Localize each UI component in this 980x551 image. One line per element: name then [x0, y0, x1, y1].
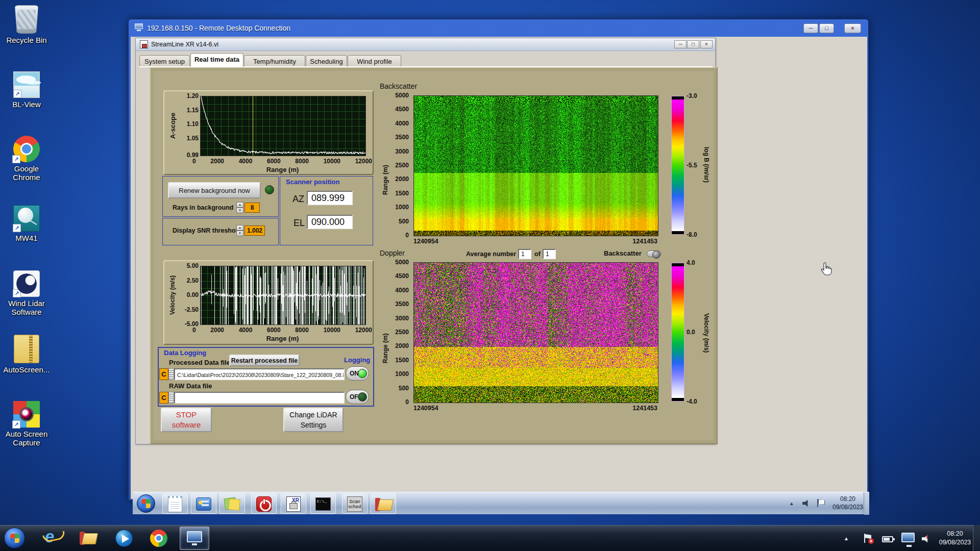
- rays-value[interactable]: 8: [244, 203, 260, 213]
- remote-task-sticky-notes[interactable]: [219, 493, 245, 514]
- remote-tray-action-center-icon[interactable]: [817, 499, 824, 507]
- tray-action-center-icon[interactable]: x: [864, 534, 872, 543]
- tick-label: 0: [405, 232, 409, 239]
- change-lidar-settings-button[interactable]: Change LiDAR Settings: [283, 408, 344, 432]
- tab-wind-profile[interactable]: Wind profile: [348, 55, 401, 67]
- average-total-value[interactable]: 1: [543, 249, 556, 259]
- doppler-y-axis-label: Range (m): [382, 297, 389, 399]
- logging-label: Logging: [344, 356, 370, 364]
- processed-path-field[interactable]: C:\Lidar\Data\Proc\2023\202308\20230809\…: [174, 368, 345, 380]
- backscatter-colorbar-label: log B (/m/sr): [703, 119, 710, 211]
- stop-software-button[interactable]: STOP software: [161, 408, 212, 432]
- action-center-alert-badge: x: [868, 538, 874, 544]
- tick-label: 5000: [395, 92, 409, 99]
- snr-value[interactable]: 1.002: [244, 226, 265, 236]
- shortcut-arrow-icon: ↗: [13, 224, 21, 232]
- processed-drive-box[interactable]: C: [159, 368, 168, 380]
- tick-label: 1500: [395, 357, 409, 364]
- desktop-icon-wind-lidar[interactable]: ↗ Wind Lidar Software: [0, 270, 53, 316]
- taskbar-explorer-icon[interactable]: [80, 532, 96, 545]
- tab-system-setup[interactable]: System setup: [139, 55, 190, 67]
- spinner-up-icon[interactable]: ▲: [236, 225, 243, 231]
- rdp-titlebar[interactable]: 192.168.0.150 - Remote Desktop Connectio…: [129, 19, 868, 37]
- raw-drive-box[interactable]: C: [159, 392, 168, 404]
- spinner-down-icon[interactable]: ▼: [236, 231, 243, 236]
- streamline-minimize-button[interactable]: ─: [674, 40, 687, 48]
- rdp-minimize-button[interactable]: ─: [803, 23, 818, 33]
- desktop-icon-mw41[interactable]: ↗ MW41: [0, 205, 53, 242]
- desktop-icon-auto-screen-capture[interactable]: ↗ Auto Screen Capture: [0, 401, 53, 447]
- remote-task-notepad[interactable]: [162, 493, 188, 514]
- tab-real-time-data[interactable]: Real time data: [190, 53, 243, 67]
- backscatter-colorbar-ticks: -3.0-5.5-8.0: [687, 92, 704, 238]
- scan-sched-icon: Scan sched: [347, 496, 362, 512]
- rdp-maximize-button[interactable]: □: [819, 23, 834, 33]
- rdp-monitor-icon: [187, 531, 202, 542]
- change-line1: Change LiDAR: [289, 411, 337, 419]
- tray-battery-icon[interactable]: [882, 536, 893, 542]
- streamline-maximize-button[interactable]: □: [687, 40, 699, 48]
- remote-start-button[interactable]: [137, 494, 155, 513]
- raw-browse-icon[interactable]: [168, 392, 174, 404]
- velocity-plot[interactable]: [200, 266, 366, 325]
- taskbar-rdp-button-active[interactable]: [180, 527, 209, 550]
- tray-expand-icon[interactable]: ▴: [845, 535, 848, 542]
- remote-tray-clock[interactable]: 08:20 09/08/2023: [828, 495, 868, 511]
- streamline-close-button[interactable]: ×: [700, 40, 713, 48]
- remote-task-folder[interactable]: [371, 493, 396, 514]
- remote-tray-speaker-icon[interactable]: [802, 499, 810, 507]
- show-desktop-button[interactable]: [973, 525, 980, 551]
- remote-task-command-prompt[interactable]: C:\_: [310, 493, 336, 514]
- renew-background-button[interactable]: Renew background now: [168, 182, 261, 198]
- taskbar-internet-explorer-icon[interactable]: e: [45, 527, 54, 546]
- az-value-field[interactable]: 089.999: [307, 191, 353, 205]
- remote-show-desktop-button[interactable]: [864, 492, 869, 515]
- snr-spinner[interactable]: ▲ ▼: [236, 225, 243, 236]
- tick-label: -4.0: [687, 398, 697, 405]
- average-number-value[interactable]: 1: [518, 249, 531, 259]
- rdp-close-button[interactable]: ×: [844, 23, 861, 33]
- backscatter-heatmap[interactable]: [413, 95, 658, 236]
- processed-browse-icon[interactable]: [168, 368, 174, 380]
- processed-logging-on-switch[interactable]: ON: [346, 366, 369, 381]
- streamline-titlebar[interactable]: StreamLine XR v14-6.vi ─ □ ×: [136, 38, 715, 51]
- desktop-icon-bl-view[interactable]: ↗ BL-View: [0, 71, 53, 109]
- scanner-position-box: [280, 176, 373, 245]
- ascope-plot[interactable]: [200, 96, 366, 156]
- desktop-icon-google-chrome[interactable]: ↗ Google Chrome: [0, 136, 53, 182]
- remote-task-scan-scheduler[interactable]: Scan sched: [342, 493, 368, 514]
- el-value-field[interactable]: 090.000: [307, 215, 353, 229]
- tick-label: -3.0: [687, 92, 697, 99]
- remote-tray-expand-icon[interactable]: ▴: [790, 500, 793, 507]
- desktop-icon-autoscreen-zip[interactable]: AutoScreen...: [0, 335, 53, 374]
- remote-task-streamline-xr[interactable]: XR: [281, 493, 306, 514]
- rays-in-background-label: Rays in background: [173, 204, 233, 211]
- taskbar-media-player-icon[interactable]: [115, 530, 133, 547]
- restart-processed-file-button[interactable]: Restart processed file: [229, 355, 300, 366]
- desktop-icon-recycle-bin[interactable]: Recycle Bin: [0, 5, 53, 44]
- rdp-window-icon: [135, 23, 144, 32]
- tick-label: 2.50: [187, 277, 199, 284]
- doppler-colorbar: [671, 263, 684, 402]
- spinner-down-icon[interactable]: ▼: [236, 208, 243, 213]
- tick-label: 4000: [239, 327, 253, 334]
- tab-temp-humidity[interactable]: Temp/humidity: [244, 55, 305, 67]
- tray-clock[interactable]: 08:20 09/08/2023: [938, 530, 972, 547]
- windows-flag-icon: [10, 534, 19, 543]
- start-button[interactable]: [4, 528, 25, 548]
- raw-logging-off-switch[interactable]: OFF: [346, 390, 369, 404]
- backscatter-toggle-switch[interactable]: [647, 251, 661, 257]
- tray-network-icon[interactable]: [901, 533, 915, 542]
- raw-path-field[interactable]: [174, 392, 345, 404]
- raw-data-file-label: RAW Data file: [169, 382, 212, 390]
- tab-scheduling[interactable]: Scheduling: [306, 55, 347, 67]
- taskbar-chrome-icon[interactable]: [150, 530, 167, 547]
- remote-task-stop-app[interactable]: [251, 493, 277, 514]
- spinner-up-icon[interactable]: ▲: [236, 202, 243, 208]
- rays-spinner[interactable]: ▲ ▼: [236, 202, 243, 213]
- bl-view-icon: ↗: [13, 71, 40, 98]
- velocity-x-ticks: 020004000600080001000012000: [192, 327, 372, 334]
- doppler-heatmap[interactable]: [413, 262, 658, 403]
- tick-label: 5.00: [187, 262, 199, 269]
- remote-task-control-panel[interactable]: [191, 493, 216, 514]
